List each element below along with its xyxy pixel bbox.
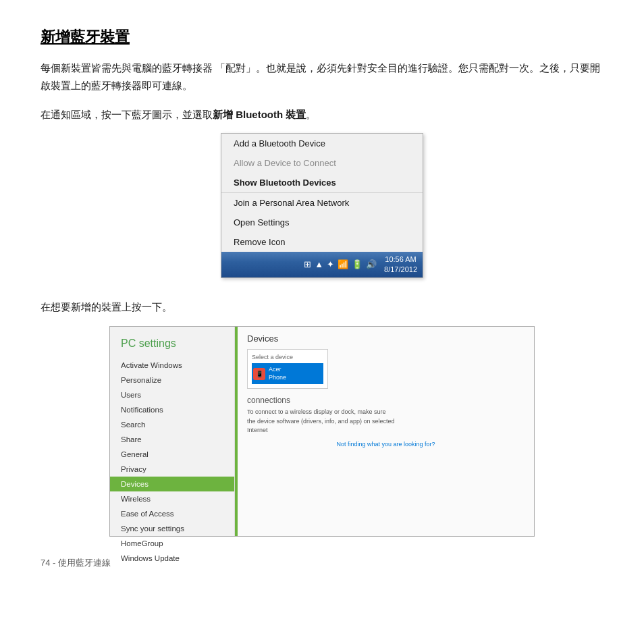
sidebar-item-personalize[interactable]: Personalize [110, 373, 234, 387]
pc-settings-sidebar: PC settings Activate Windows Personalize… [110, 327, 235, 536]
device-select-box: Select a device 📱 Acer Phone [247, 349, 328, 389]
sidebar-item-share[interactable]: Share [110, 432, 234, 447]
device-list-item[interactable]: 📱 Acer Phone [252, 363, 323, 384]
sidebar-item-notifications[interactable]: Notifications [110, 402, 234, 417]
battery-icon: 🔋 [352, 259, 363, 269]
pc-settings-title: PC settings [110, 335, 234, 358]
taskbar-icons: ⊞ ▲ ✦ 📶 🔋 🔊 [304, 259, 377, 269]
instruction-line-2: 在想要新增的裝置上按一下。 [41, 298, 603, 316]
sidebar-item-devices[interactable]: Devices [110, 477, 234, 491]
taskbar-clock: 10:56 AM 8/17/2012 [384, 254, 417, 274]
select-label: Select a device [252, 354, 323, 360]
clock-time: 10:56 AM [384, 254, 417, 264]
menu-item-open: Open Settings [221, 213, 423, 232]
sidebar-item-wireless[interactable]: Wireless [110, 491, 234, 506]
menu-item-remove: Remove Icon [221, 232, 423, 252]
instruction-post: 。 [306, 109, 316, 120]
pc-settings-inner: PC settings Activate Windows Personalize… [110, 327, 534, 536]
connections-section: connections To connect to a wireless dis… [247, 396, 525, 448]
menu-item-show: Show Bluetooth Devices [221, 173, 423, 193]
devices-section-title: Devices [247, 333, 525, 344]
connections-desc: To connect to a wireless display or dock… [247, 408, 396, 435]
not-finding-link[interactable]: Not finding what you are looking for? [247, 441, 525, 448]
instruction-bold: 新增 Bluetooth 裝置 [213, 109, 306, 120]
menu-item-join: Join a Personal Area Network [221, 193, 423, 213]
sidebar-item-users[interactable]: Users [110, 387, 234, 402]
device-name-info: Acer Phone [269, 366, 286, 381]
device-sub: Phone [269, 374, 286, 382]
menu-item-allow: Allow a Device to Connect [221, 153, 423, 173]
instruction-pre: 在通知區域，按一下藍牙圖示，並選取 [41, 109, 213, 120]
sidebar-item-windows-update[interactable]: Windows Update [110, 551, 234, 566]
sidebar-item-homegroup[interactable]: HomeGroup [110, 536, 234, 551]
pc-settings-screenshot: PC settings Activate Windows Personalize… [109, 326, 535, 537]
bluetooth-icon: ✦ [327, 259, 334, 269]
devices-panel: Devices Select a device 📱 Acer Phone con… [235, 327, 534, 536]
grid-icon: ⊞ [304, 259, 311, 269]
device-phone-icon: 📱 [253, 368, 265, 380]
sidebar-item-privacy[interactable]: Privacy [110, 462, 234, 477]
context-menu-box: Add a Bluetooth Device Allow a Device to… [221, 133, 423, 278]
device-name: Acer [269, 366, 286, 374]
menu-item-add: Add a Bluetooth Device [221, 134, 423, 153]
sidebar-item-sync[interactable]: Sync your settings [110, 521, 234, 536]
context-menu-screenshot: Add a Bluetooth Device Allow a Device to… [41, 133, 603, 278]
clock-date: 8/17/2012 [384, 265, 417, 274]
sidebar-item-general[interactable]: General [110, 447, 234, 462]
sidebar-item-search[interactable]: Search [110, 417, 234, 432]
page-title: 新增藍牙裝置 [41, 27, 603, 47]
arrow-up-icon: ▲ [315, 259, 323, 269]
connections-label: connections [247, 396, 525, 405]
signal-icon: 📶 [338, 259, 348, 269]
sidebar-item-ease[interactable]: Ease of Access [110, 506, 234, 521]
volume-icon: 🔊 [366, 259, 377, 269]
pc-settings-main: Devices Select a device 📱 Acer Phone con… [238, 327, 534, 536]
intro-paragraph: 每個新裝置皆需先與電腦的藍牙轉接器 「配對」。也就是說，必須先針對安全目的進行驗… [41, 59, 603, 94]
taskbar: ⊞ ▲ ✦ 📶 🔋 🔊 10:56 AM 8/17/2012 [221, 252, 423, 277]
instruction-line-1: 在通知區域，按一下藍牙圖示，並選取新增 Bluetooth 裝置。 [41, 106, 603, 124]
sidebar-item-activate[interactable]: Activate Windows [110, 358, 234, 373]
